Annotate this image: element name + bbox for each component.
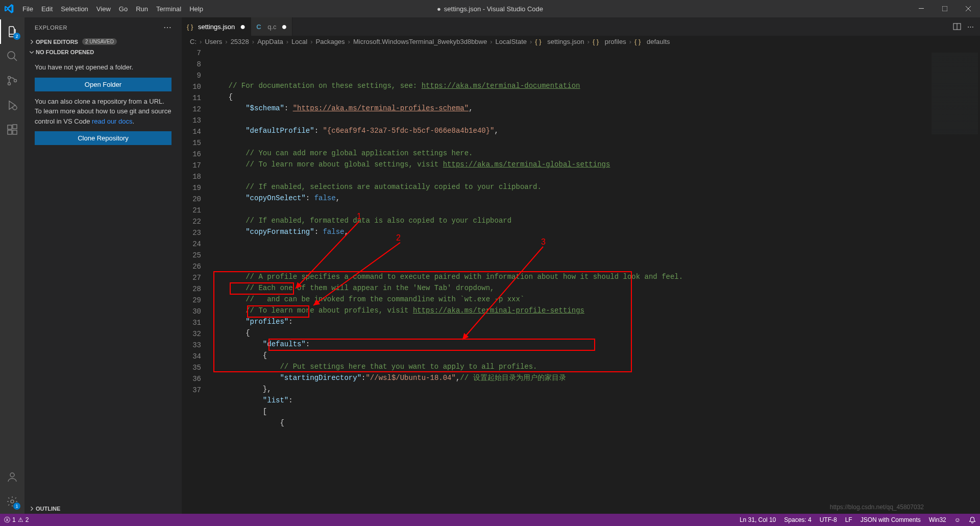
unsaved-badge: 2 UNSAVED [82, 38, 117, 45]
status-feedback[interactable]: ☺ [954, 516, 961, 523]
activity-search[interactable] [0, 44, 24, 68]
status-lncol[interactable]: Ln 31, Col 10 [740, 516, 776, 523]
code-content[interactable]: // For documentation on these settings, … [211, 47, 929, 514]
svg-point-12 [11, 500, 14, 503]
watermark: https://blog.csdn.net/qq_45807032 [830, 504, 924, 511]
minimize-button[interactable] [910, 0, 933, 17]
status-language[interactable]: JSON with Comments [861, 516, 921, 523]
minimap[interactable] [929, 47, 980, 514]
activity-settings[interactable]: 1 [0, 489, 24, 514]
tab-bar: { } settings.json ● C q.c ● ⋯ [182, 17, 980, 36]
explorer-badge: 2 [13, 33, 20, 40]
svg-rect-1 [942, 6, 947, 11]
svg-point-11 [10, 473, 14, 477]
menu-help[interactable]: Help [185, 0, 207, 17]
menu-go[interactable]: Go [115, 0, 132, 17]
status-notifications[interactable] [969, 516, 976, 523]
menu-view[interactable]: View [92, 0, 115, 17]
editor-more-button[interactable]: ⋯ [967, 23, 975, 31]
maximize-button[interactable] [933, 0, 957, 17]
open-folder-button[interactable]: Open Folder [35, 78, 172, 91]
settings-badge: 1 [13, 503, 20, 510]
sidebar-title: EXPLORER [35, 25, 67, 31]
menu-run[interactable]: Run [132, 0, 152, 17]
status-eol[interactable]: LF [845, 516, 852, 523]
menu-selection[interactable]: Selection [57, 0, 92, 17]
no-folder-header[interactable]: NO FOLDER OPENED [24, 47, 182, 57]
window-controls [910, 0, 980, 17]
tab-q-c[interactable]: C q.c ● [251, 17, 292, 36]
menu-terminal[interactable]: Terminal [152, 0, 185, 17]
activity-explorer[interactable]: 2 [0, 19, 24, 44]
error-icon: ⓧ [4, 516, 10, 524]
close-button[interactable] [957, 0, 980, 17]
editor-area: { } settings.json ● C q.c ● ⋯ C:› Users›… [182, 17, 980, 514]
c-file-icon: C [256, 23, 264, 31]
statusbar: ⓧ1 ⚠2 Ln 31, Col 10 Spaces: 4 UTF-8 LF J… [0, 514, 980, 526]
clone-repo-button[interactable]: Clone Repository [35, 131, 172, 145]
svg-rect-9 [13, 130, 17, 134]
code-editor[interactable]: 7891011121314151617181920212223242526272… [182, 47, 980, 514]
dirty-indicator-icon: ● [238, 21, 246, 32]
no-folder-msg: You have not yet opened a folder. [35, 62, 172, 73]
dirty-indicator-icon: ● [279, 21, 287, 32]
no-folder-body: You have not yet opened a folder. Open F… [24, 57, 182, 155]
sidebar-more-button[interactable]: ⋯ [163, 22, 173, 32]
breadcrumbs[interactable]: C:› Users› 25328› AppData› Local› Packag… [182, 36, 980, 47]
chevron-right-icon [29, 39, 36, 45]
status-problems[interactable]: ⓧ1 ⚠2 [4, 516, 29, 524]
activitybar: 2 1 [0, 17, 24, 514]
split-editor-button[interactable] [953, 22, 961, 31]
menu-file[interactable]: File [18, 0, 37, 17]
activity-scm[interactable] [0, 68, 24, 93]
open-editors-header[interactable]: OPEN EDITORS 2 UNSAVED [24, 36, 182, 47]
tab-settings-json[interactable]: { } settings.json ● [182, 17, 251, 36]
svg-point-3 [8, 77, 11, 79]
activity-account[interactable] [0, 465, 24, 489]
clone-help-text: You can also clone a repository from a U… [35, 97, 172, 127]
activity-extensions[interactable] [0, 117, 24, 142]
menu-edit[interactable]: Edit [37, 0, 57, 17]
svg-rect-7 [8, 125, 12, 129]
svg-point-5 [14, 80, 17, 82]
chevron-down-icon [29, 49, 36, 55]
sidebar: EXPLORER ⋯ OPEN EDITORS 2 UNSAVED NO FOL… [24, 17, 182, 514]
svg-point-6 [13, 106, 17, 110]
svg-rect-10 [13, 125, 17, 129]
status-spaces[interactable]: Spaces: 4 [784, 516, 811, 523]
svg-point-2 [8, 52, 15, 59]
braces-icon: { } [187, 23, 195, 31]
titlebar: File Edit Selection View Go Run Terminal… [0, 0, 980, 17]
outline-header[interactable]: OUTLINE [24, 504, 182, 514]
svg-rect-0 [919, 8, 924, 9]
read-docs-link[interactable]: read our docs [92, 117, 133, 125]
line-gutter: 7891011121314151617181920212223242526272… [182, 47, 211, 514]
status-os[interactable]: Win32 [929, 516, 946, 523]
status-encoding[interactable]: UTF-8 [820, 516, 837, 523]
chevron-right-icon [29, 506, 36, 512]
svg-point-4 [8, 83, 11, 85]
svg-rect-8 [8, 130, 12, 134]
warning-icon: ⚠ [18, 516, 23, 523]
vscode-logo-icon [0, 4, 18, 13]
activity-run[interactable] [0, 93, 24, 117]
menubar: File Edit Selection View Go Run Terminal… [18, 0, 207, 17]
